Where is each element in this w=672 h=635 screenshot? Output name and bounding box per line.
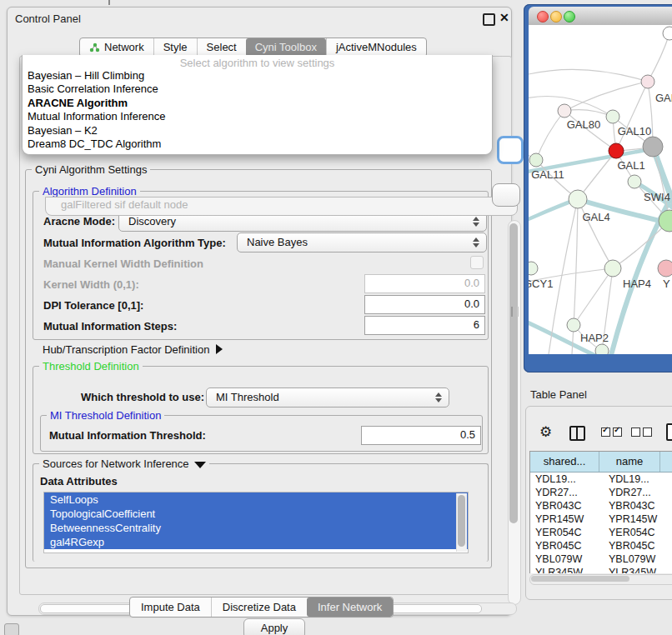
network-window-titlebar[interactable] [529, 7, 672, 26]
table-row[interactable]: YLR345WYLR345W9. [530, 566, 672, 573]
document-icon[interactable] [666, 423, 672, 441]
node-label: HAP4 [623, 278, 651, 290]
focused-combo-fragment [497, 136, 524, 164]
manual-kernel-width-checkbox[interactable] [470, 256, 484, 269]
network-node[interactable] [604, 260, 621, 277]
tab-label: jActiveMNodules [336, 38, 417, 57]
mac-zoom-button[interactable] [564, 11, 575, 22]
table-horizontal-scrollbar[interactable] [529, 574, 672, 585]
tab-infer-network[interactable]: Infer Network [307, 598, 393, 617]
tab-network[interactable]: Network [80, 38, 153, 57]
which-threshold-combo[interactable]: MI Threshold [206, 388, 449, 408]
control-panel-titlebar[interactable]: Control Panel ✕ [8, 8, 511, 29]
attributes-scrollbar-thumb[interactable] [458, 495, 465, 547]
column-header[interactable]: shared... [530, 452, 599, 472]
attribute-item[interactable]: SelfLoops [44, 492, 468, 507]
mac-close-button[interactable] [537, 11, 549, 22]
table-hscrollbar-thumb[interactable] [531, 576, 629, 582]
expander-arrow-icon [216, 344, 223, 354]
table-row[interactable]: YBL079WYBL079W [530, 552, 672, 566]
network-edge[interactable] [529, 69, 648, 82]
tab-impute-data[interactable]: Impute Data [130, 598, 211, 617]
network-node[interactable] [641, 75, 654, 88]
mi-threshold-field[interactable]: 0.5 [361, 426, 481, 445]
select-all-checkboxes-icon[interactable] [601, 428, 622, 437]
table-row[interactable]: YBR045CYBR045C9. [530, 539, 672, 552]
dpi-tolerance-value: 0.0 [365, 296, 484, 312]
algorithm-option[interactable]: Bayesian – Hill Climbing [23, 69, 492, 82]
attributes-scrollbar[interactable] [456, 493, 467, 552]
tab-select[interactable]: Select [197, 38, 246, 57]
network-node[interactable] [609, 143, 624, 158]
network-edge[interactable] [616, 82, 648, 151]
table-cell: 12 [669, 486, 672, 499]
attribute-item[interactable]: TopologicalCoefficient [44, 507, 468, 521]
collapse-arrow-icon[interactable] [194, 462, 206, 468]
attribute-item[interactable]: gal4RGexp [44, 535, 468, 549]
panel-divider-grip[interactable] [511, 307, 519, 317]
columns-icon[interactable] [569, 426, 585, 441]
network-node[interactable] [595, 344, 609, 354]
network-view-window[interactable]: GALGAL80GAL10GAL1SWI4GAL11GAL4GCY1HAP4YH… [524, 4, 672, 372]
close-panel-button[interactable]: ✕ [499, 11, 509, 24]
network-node[interactable] [529, 262, 538, 275]
hub-definition-expander[interactable]: Hub/Transcription Factor Definition [43, 343, 223, 356]
network-node[interactable] [529, 153, 543, 167]
algorithm-dropdown-popup: Select algorithm to view settings Bayesi… [22, 55, 493, 155]
algorithm-option[interactable]: Dream8 DC_TDC Algorithm [23, 138, 492, 151]
network-canvas[interactable]: GALGAL80GAL10GAL1SWI4GAL11GAL4GCY1HAP4YH… [529, 25, 672, 354]
table-row[interactable]: YBR043CYBR043C [530, 499, 672, 512]
network-node[interactable] [558, 104, 571, 118]
mac-minimize-button[interactable] [550, 11, 562, 22]
network-edge[interactable] [536, 111, 564, 160]
table-cell: YPR145W [604, 512, 669, 526]
table-cell [669, 499, 672, 512]
table-cell: YER054C [530, 526, 604, 539]
apply-button[interactable]: Apply [243, 618, 305, 635]
mi-type-combo[interactable]: Naive Bayes [237, 232, 487, 252]
dpi-tolerance-label: DPI Tolerance [0,1]: [43, 299, 143, 312]
table-row[interactable]: YDL19...YDL19...13 [530, 472, 672, 486]
node-label: GAL1 [617, 159, 644, 172]
network-node[interactable] [658, 260, 672, 277]
network-node[interactable] [567, 318, 580, 332]
minimized-panel-icon[interactable] [4, 623, 19, 635]
network-node[interactable] [628, 175, 641, 188]
algorithm-option[interactable]: Bayesian – K2 [23, 124, 492, 138]
which-threshold-value: MI Threshold [216, 391, 279, 403]
column-header[interactable]: A [660, 452, 672, 472]
network-node[interactable] [569, 190, 587, 208]
dpi-tolerance-field[interactable]: 0.0 [364, 295, 485, 314]
float-window-button[interactable] [483, 13, 495, 26]
column-header[interactable]: name [599, 452, 660, 472]
threshold-definition-title: Threshold Definition [39, 360, 143, 372]
mi-steps-field[interactable]: 6 [364, 316, 485, 335]
network-edge[interactable] [648, 33, 669, 82]
network-node[interactable] [606, 110, 619, 123]
algorithm-option[interactable]: ARACNE Algorithm [23, 97, 492, 110]
table-row[interactable]: YPR145WYPR145W9. [530, 512, 672, 526]
network-graph[interactable]: GALGAL80GAL10GAL1SWI4GAL11GAL4GCY1HAP4YH… [529, 25, 672, 354]
network-edge[interactable] [564, 82, 648, 111]
table-cell: YER054C [604, 526, 669, 539]
network-selector-combo[interactable]: galFiltered sif default node [45, 197, 518, 216]
top-tick [108, 0, 110, 5]
network-selector-value: galFiltered sif default node [61, 198, 188, 211]
algorithm-option[interactable]: Mutual Information Inference [23, 110, 492, 123]
network-node[interactable] [663, 27, 672, 40]
network-node[interactable] [643, 137, 663, 157]
settings-scrollbar-thumb[interactable] [509, 223, 518, 523]
tab-discretize-data[interactable]: Discretize Data [211, 598, 307, 617]
tab-style[interactable]: Style [153, 38, 197, 57]
attribute-item[interactable]: BetweennessCentrality [44, 521, 468, 535]
table-row[interactable]: YDR27...YDR27...12 [530, 486, 672, 499]
gear-icon[interactable]: ⚙ [539, 423, 552, 441]
settings-vertical-scrollbar[interactable] [508, 220, 521, 605]
network-edge[interactable] [564, 110, 613, 117]
algorithm-option[interactable]: Basic Correlation Inference [23, 82, 492, 96]
kernel-width-field[interactable]: 0.0 [364, 274, 485, 293]
table-row[interactable]: YER054CYER054C8. [530, 526, 672, 539]
deselect-all-checkboxes-icon[interactable] [631, 428, 652, 437]
tab-jactivemnodules[interactable]: jActiveMNodules [326, 38, 426, 57]
tab-cyni-toolbox[interactable]: Cyni Toolbox [246, 38, 326, 57]
